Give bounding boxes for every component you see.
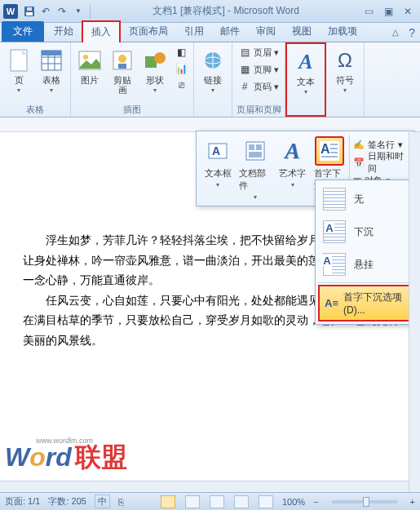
tab-layout[interactable]: 页面布局 bbox=[121, 21, 176, 42]
zoom-level[interactable]: 100% bbox=[282, 497, 305, 507]
minimize-icon[interactable]: ▭ bbox=[360, 5, 378, 18]
svg-rect-23 bbox=[249, 144, 254, 150]
datetime-icon: 📅 bbox=[353, 157, 365, 168]
svg-rect-14 bbox=[118, 64, 126, 69]
datetime-button[interactable]: 📅日期和时间 bbox=[353, 154, 407, 171]
dropcap-options[interactable]: A≡ 首字下沉选项(D)... bbox=[318, 285, 411, 322]
dropcap-none[interactable]: 无 bbox=[318, 183, 411, 215]
wordart-button[interactable]: A 艺术字▾ bbox=[275, 135, 311, 202]
shapes-icon bbox=[142, 47, 168, 73]
pagenumber-button[interactable]: #页码 ▾ bbox=[236, 79, 281, 94]
zoom-out-icon[interactable]: − bbox=[313, 497, 318, 507]
minimize-ribbon-icon[interactable]: △ bbox=[392, 28, 399, 37]
link-icon bbox=[200, 47, 226, 73]
clipart-icon bbox=[109, 47, 135, 73]
horizontal-scrollbar[interactable] bbox=[0, 481, 409, 492]
zoom-slider[interactable] bbox=[332, 500, 397, 503]
tab-view[interactable]: 视图 bbox=[284, 21, 320, 42]
pageno-icon: # bbox=[238, 80, 251, 93]
titlebar: W ↶ ↷ ▼ 文档1 [兼容模式] - Microsoft Word ▭ ▣ … bbox=[0, 0, 420, 23]
dropcap-margin-icon: A bbox=[323, 253, 346, 276]
header-icon: ▤ bbox=[238, 46, 251, 59]
table-button[interactable]: 表格▾ bbox=[36, 45, 67, 96]
status-insert-icon[interactable]: ⎘ bbox=[118, 497, 124, 507]
svg-rect-25 bbox=[249, 152, 262, 157]
status-page[interactable]: 页面: 1/1 bbox=[5, 495, 40, 508]
smartart-button[interactable]: ◧ bbox=[172, 45, 190, 60]
chart-icon: 📊 bbox=[175, 62, 188, 75]
vertical-scrollbar[interactable] bbox=[409, 132, 420, 492]
text-icon: A bbox=[293, 49, 319, 75]
ribbon-tabs: 文件 开始 插入 页面布局 引用 邮件 审阅 视图 加载项 △ ? bbox=[0, 23, 420, 42]
group-links: 链接▾ bbox=[194, 42, 232, 117]
tab-references[interactable]: 引用 bbox=[176, 21, 212, 42]
svg-point-16 bbox=[154, 52, 166, 64]
tab-review[interactable]: 审阅 bbox=[248, 21, 284, 42]
tab-file[interactable]: 文件 bbox=[2, 21, 44, 42]
signature-icon: ✍ bbox=[353, 140, 365, 150]
redo-icon[interactable]: ↷ bbox=[55, 4, 69, 19]
wordart-icon: A bbox=[278, 136, 307, 166]
dropcap-options-icon: A≡ bbox=[325, 297, 338, 309]
group-label-tables: 表格 bbox=[3, 103, 67, 116]
word-app-icon: W bbox=[3, 4, 18, 19]
status-words[interactable]: 字数: 205 bbox=[48, 495, 86, 508]
window-title: 文档1 [兼容模式] - Microsoft Word bbox=[94, 4, 358, 18]
dropcap-none-icon bbox=[323, 188, 346, 211]
dropcap-dropped[interactable]: A 下沉 bbox=[318, 215, 411, 248]
screenshot-button[interactable]: ⎚ bbox=[172, 78, 190, 92]
picture-icon bbox=[77, 47, 103, 73]
footer-icon: ▦ bbox=[238, 63, 251, 76]
textbox-icon: A bbox=[203, 136, 232, 166]
undo-icon[interactable]: ↶ bbox=[38, 4, 53, 19]
svg-rect-24 bbox=[256, 144, 262, 150]
group-label-illus: 插图 bbox=[74, 103, 190, 116]
svg-text:A: A bbox=[212, 144, 220, 157]
picture-button[interactable]: 图片 bbox=[74, 45, 105, 87]
view-print-layout[interactable] bbox=[161, 495, 175, 508]
screenshot-icon: ⎚ bbox=[175, 78, 188, 91]
save-icon[interactable] bbox=[22, 4, 37, 19]
maximize-icon[interactable]: ▣ bbox=[379, 5, 397, 18]
qat-dropdown-icon[interactable]: ▼ bbox=[71, 4, 86, 19]
close-icon[interactable]: ✕ bbox=[399, 5, 417, 18]
view-fullscreen[interactable] bbox=[185, 495, 200, 508]
group-illustrations: 图片 剪贴画 形状▾ ◧ 📊 ⎚ 插图 bbox=[71, 42, 194, 117]
svg-point-13 bbox=[118, 55, 126, 63]
group-header-footer: ▤页眉 ▾ ▦页脚 ▾ #页码 ▾ 页眉和页脚 bbox=[232, 42, 285, 117]
view-draft[interactable] bbox=[259, 495, 273, 508]
tab-mailings[interactable]: 邮件 bbox=[212, 21, 248, 42]
links-button[interactable]: 链接▾ bbox=[197, 45, 228, 96]
clipart-button[interactable]: 剪贴画 bbox=[107, 45, 138, 97]
svg-rect-9 bbox=[42, 51, 61, 55]
text-button[interactable]: A 文本▾ bbox=[290, 47, 321, 98]
dropcap-margin[interactable]: A 悬挂 bbox=[318, 248, 411, 281]
dropcap-menu: 无 A 下沉 A 悬挂 A≡ 首字下沉选项(D)... bbox=[315, 180, 414, 325]
status-lang[interactable]: 中 bbox=[95, 494, 110, 508]
pages-button[interactable]: 页▾ bbox=[3, 45, 34, 96]
group-pages: 页▾ 表格▾ 表格 bbox=[0, 42, 71, 117]
chart-button[interactable]: 📊 bbox=[172, 61, 190, 76]
symbols-button[interactable]: Ω 符号▾ bbox=[329, 45, 360, 96]
tab-home[interactable]: 开始 bbox=[46, 21, 82, 42]
group-symbols: Ω 符号▾ bbox=[326, 42, 365, 117]
table-icon bbox=[38, 47, 64, 73]
zoom-in-icon[interactable]: + bbox=[410, 497, 415, 507]
quickparts-button[interactable]: 文档部件▾ bbox=[236, 135, 275, 202]
help-icon[interactable]: ? bbox=[409, 26, 415, 39]
watermark-logo: www.wordlm.com Word 联盟 bbox=[5, 440, 127, 476]
footer-button[interactable]: ▦页脚 ▾ bbox=[236, 62, 281, 77]
view-outline[interactable] bbox=[234, 495, 249, 508]
textbox-button[interactable]: A 文本框▾ bbox=[200, 135, 236, 202]
svg-rect-2 bbox=[27, 7, 32, 11]
page-icon bbox=[6, 47, 32, 73]
shapes-button[interactable]: 形状▾ bbox=[139, 45, 170, 96]
header-button[interactable]: ▤页眉 ▾ bbox=[236, 45, 281, 60]
tab-addins[interactable]: 加载项 bbox=[320, 21, 365, 42]
svg-rect-1 bbox=[26, 12, 33, 16]
omega-icon: Ω bbox=[332, 47, 358, 73]
dropcap-dropped-icon: A bbox=[323, 220, 346, 243]
dropcap-icon: A bbox=[315, 136, 344, 166]
view-web[interactable] bbox=[210, 495, 224, 508]
tab-insert[interactable]: 插入 bbox=[82, 20, 121, 42]
